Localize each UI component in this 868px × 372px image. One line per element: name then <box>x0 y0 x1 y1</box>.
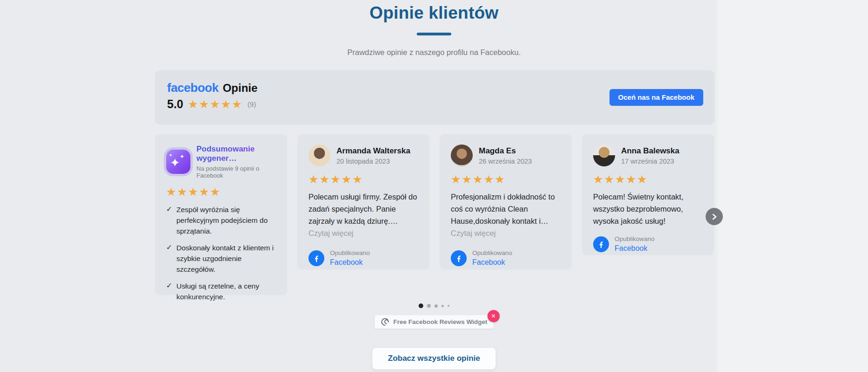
reviews-carousel: Podsumowanie wygener… Na podstawie 9 opi… <box>155 134 714 295</box>
facebook-source-link[interactable]: Facebook <box>472 258 512 267</box>
facebook-source-link[interactable]: Facebook <box>330 258 370 267</box>
review-text: Profesjonalizm i dokładność to coś co wy… <box>451 191 560 227</box>
review-date: 20 listopada 2023 <box>336 158 410 165</box>
review-text: Polecam usługi firmy. Zespół do zadań sp… <box>308 191 418 227</box>
star-rating: ★★★★★ <box>451 173 560 186</box>
page-subtitle: Prawdziwe opinie z naszego profilu na Fa… <box>0 48 868 57</box>
carousel-next-button[interactable] <box>706 208 723 225</box>
summary-bullet: Doskonały kontakt z klientem i szybkie u… <box>166 242 276 275</box>
facebook-logo-icon <box>308 250 324 266</box>
facebook-source-link[interactable]: Facebook <box>615 244 655 253</box>
carousel-dot[interactable] <box>448 305 450 307</box>
summary-bullet-text: Zespół wyróżnia się perfekcyjnym podejśc… <box>176 204 276 236</box>
check-icon <box>166 242 172 275</box>
review-date: 26 września 2023 <box>479 158 532 165</box>
published-label: Opublikowano <box>472 249 512 256</box>
carousel-dot[interactable] <box>427 304 431 308</box>
read-more-link[interactable]: Czytaj więcej <box>451 227 560 239</box>
summary-bullet: Usługi są rzetelne, a ceny konkurencyjne… <box>166 281 276 302</box>
rating-value: 5.0 <box>167 97 183 111</box>
check-icon <box>166 281 172 302</box>
widget-attribution-badge[interactable]: Free Facebook Reviews Widget <box>375 315 494 329</box>
summary-bullet: Zespół wyróżnia się perfekcyjnym podejśc… <box>166 204 276 236</box>
rate-us-facebook-button[interactable]: Oceń nas na Facebook <box>609 89 703 106</box>
summary-bullet-text: Doskonały kontakt z klientem i szybkie u… <box>176 242 276 275</box>
summary-bullet-text: Usługi są rzetelne, a ceny konkurencyjne… <box>176 281 276 302</box>
review-card: Armanda Walterska 20 listopada 2023 ★★★★… <box>297 134 429 269</box>
published-label: Opublikowano <box>615 235 655 242</box>
widget-attribution-label: Free Facebook Reviews Widget <box>393 318 488 325</box>
review-count: (9) <box>247 100 256 108</box>
facebook-logo-icon <box>593 236 609 252</box>
sparkle-icon <box>169 153 173 158</box>
widget-header-title: Opinie <box>223 82 258 95</box>
carousel-dot[interactable] <box>434 304 438 308</box>
check-icon <box>166 204 172 236</box>
review-card: Anna Balewska 17 września 2023 ★★★★★ Pol… <box>582 134 714 255</box>
close-icon[interactable] <box>487 310 499 322</box>
review-card: Magda Es 26 września 2023 ★★★★★ Profesjo… <box>440 134 572 269</box>
title-underline <box>417 33 451 35</box>
widget-header: facebook Opinie 5.0 ★★★★★ (9) Oceń nas n… <box>155 70 714 124</box>
ai-summary-card: Podsumowanie wygener… Na podstawie 9 opi… <box>155 134 287 295</box>
review-text: Polecam! Świetny kontakt, wszystko bezpr… <box>593 191 703 227</box>
reviewer-name: Magda Es <box>479 146 532 156</box>
read-more-link[interactable]: Czytaj więcej <box>308 227 418 239</box>
reviewer-name: Anna Balewska <box>621 146 679 156</box>
sparkle-icon <box>180 154 184 159</box>
star-rating: ★★★★★ <box>308 173 418 186</box>
sparkle-icon <box>170 157 180 169</box>
star-rating: ★★★★★ <box>188 98 243 111</box>
reviews-section: Opinie klientów Prawdziwe opinie z nasze… <box>0 0 868 372</box>
widget-attribution: Free Facebook Reviews Widget <box>375 315 494 329</box>
published-label: Opublikowano <box>330 249 370 256</box>
star-rating: ★★★★★ <box>166 186 276 199</box>
widget-logo-icon <box>381 317 390 326</box>
ai-sparkle-icon <box>166 150 190 174</box>
avatar <box>451 145 473 166</box>
facebook-wordmark: facebook <box>167 81 218 95</box>
avatar <box>593 145 615 166</box>
review-date: 17 września 2023 <box>621 158 679 165</box>
carousel-dots <box>0 303 868 308</box>
page-title: Opinie klientów <box>0 0 868 26</box>
star-rating: ★★★★★ <box>593 173 703 186</box>
reviewer-name: Armanda Walterska <box>336 146 410 156</box>
ai-summary-subtitle: Na podstawie 9 opinii o Facebook <box>196 165 276 179</box>
widget-header-info: facebook Opinie 5.0 ★★★★★ (9) <box>167 81 258 111</box>
see-all-reviews-button[interactable]: Zobacz wszystkie opinie <box>372 347 496 370</box>
ai-summary-title: Podsumowanie wygener… <box>196 145 276 163</box>
carousel-dot-active[interactable] <box>419 303 423 308</box>
avatar <box>308 145 330 166</box>
facebook-logo-icon <box>451 250 467 266</box>
carousel-dot[interactable] <box>441 305 444 307</box>
chevron-right-icon <box>711 214 718 220</box>
